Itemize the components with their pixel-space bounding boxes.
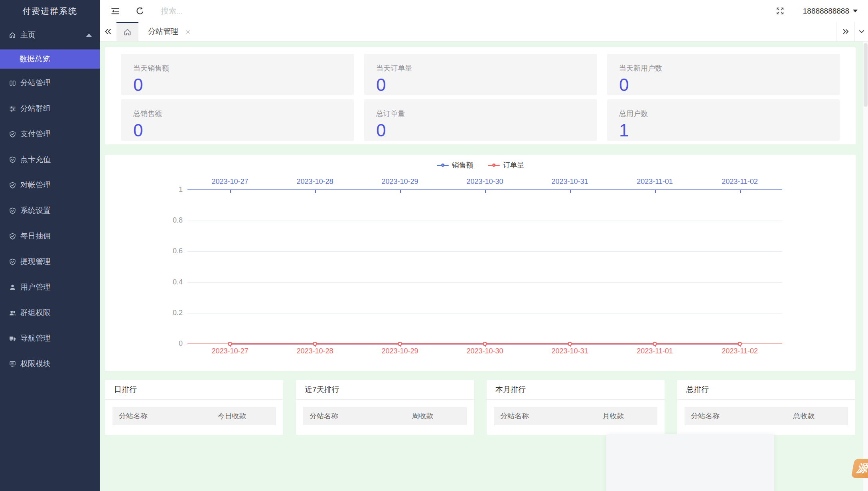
column-header: 周收款 — [385, 411, 460, 421]
sidebar-item-data-overview[interactable]: 数据总览 — [0, 49, 100, 69]
tabs-scroll-right-button[interactable] — [836, 22, 854, 41]
collapse-sidebar-icon[interactable] — [110, 6, 120, 16]
sidebar-item-label: 数据总览 — [20, 54, 50, 64]
user-menu[interactable]: 18888888888 — [803, 7, 858, 16]
users-icon — [9, 309, 16, 317]
sidebar-item-label: 系统设置 — [20, 205, 51, 216]
data-point[interactable] — [568, 342, 572, 345]
stat-value: 0 — [133, 122, 342, 139]
sidebar-item-label: 分站群组 — [20, 103, 51, 114]
sidebar-item-label: 提现管理 — [20, 256, 51, 267]
stat-value: 0 — [376, 122, 585, 139]
stat-card-total-orders: 总订单量 0 — [364, 99, 597, 141]
sidebar-nav-list: 分站管理 分站群组 支付管理 点卡充值 对帐管理 系统设置 每日抽佣 提现管理 — [0, 70, 100, 377]
dashboard-page: { "app": { "title": "付费进群系统", "user_phon… — [0, 0, 868, 491]
tab-home[interactable] — [116, 22, 138, 41]
data-point[interactable] — [314, 342, 317, 345]
stat-label: 总订单量 — [376, 109, 585, 118]
truck-icon — [9, 335, 16, 342]
stat-value: 0 — [133, 76, 342, 94]
data-point[interactable] — [398, 342, 402, 345]
sidebar-item-user-management[interactable]: 用户管理 — [0, 274, 100, 300]
data-point[interactable] — [483, 342, 487, 345]
panels-icon — [9, 79, 16, 87]
sidebar-item-label: 主页 — [20, 30, 36, 40]
close-icon[interactable]: × — [185, 28, 190, 36]
sidebar-item-substation-management[interactable]: 分站管理 — [0, 70, 100, 96]
chart-series-layer — [105, 155, 856, 371]
stat-value: 1 — [619, 122, 828, 139]
sidebar: 付费进群系统 主页 数据总览 分站管理 分站群组 支付管理 点卡充值 对帐管理 — [0, 0, 100, 491]
app-title: 付费进群系统 — [0, 0, 100, 22]
column-header: 分站名称 — [500, 411, 576, 421]
home-icon — [9, 32, 16, 39]
sidebar-item-label: 对帐管理 — [20, 180, 51, 190]
sidebar-item-card-recharge[interactable]: 点卡充值 — [0, 147, 100, 172]
stat-card-today-new-users: 当天新用户数 0 — [607, 54, 840, 95]
search-input[interactable] — [161, 7, 249, 16]
tabs-scroll-left-button[interactable] — [100, 22, 116, 41]
shield-check-icon — [9, 156, 16, 164]
loading-overlay-box — [606, 434, 774, 491]
spacer — [197, 22, 836, 41]
column-header: 总收款 — [766, 411, 842, 421]
chevron-down-icon — [857, 27, 866, 36]
shield-check-icon — [9, 258, 16, 266]
shield-check-icon — [9, 207, 16, 215]
user-phone: 18888888888 — [803, 7, 849, 16]
line-chart: 00.20.40.60.812023-10-272023-10-272023-1… — [105, 155, 856, 371]
sidebar-item-home[interactable]: 主页 — [0, 25, 100, 45]
double-chevron-right-icon — [841, 27, 850, 36]
shield-check-icon — [9, 233, 16, 240]
topbar: 18888888888 — [100, 0, 868, 22]
sidebar-item-withdrawal-management[interactable]: 提现管理 — [0, 249, 100, 274]
stat-label: 当天销售额 — [133, 63, 342, 73]
shield-check-icon — [9, 181, 16, 189]
watermark-badge: 源码 — [851, 459, 868, 478]
ranking-table-header: 分站名称 月收款 — [494, 407, 657, 425]
scrollbar-thumb[interactable] — [864, 43, 868, 107]
sidebar-item-reconciliation-management[interactable]: 对帐管理 — [0, 172, 100, 198]
chevron-up-icon — [86, 34, 92, 37]
sidebar-item-daily-commission[interactable]: 每日抽佣 — [0, 223, 100, 249]
user-icon — [9, 284, 16, 291]
chevron-down-icon — [853, 10, 858, 12]
ranking-panel-daily: 日排行 分站名称 今日收款 — [105, 380, 283, 435]
sidebar-item-group-permissions[interactable]: 群组权限 — [0, 300, 100, 325]
refresh-icon[interactable] — [135, 6, 145, 16]
ranking-title: 近7天排行 — [296, 380, 474, 400]
tabbar: 分站管理 × — [100, 22, 868, 41]
stat-card-today-sales: 当天销售额 0 — [121, 54, 354, 95]
fullscreen-icon[interactable] — [775, 6, 785, 16]
stat-label: 总销售额 — [133, 109, 342, 118]
stats-panel: 当天销售额 0 当天订单量 0 当天新用户数 0 总销售额 0 总订单量 0 总… — [105, 47, 856, 144]
data-point[interactable] — [653, 342, 657, 345]
chart-panel: 销售额 订单量 00.20.40.60.812023-10-272023-10-… — [105, 155, 856, 371]
ranking-table-header: 分站名称 周收款 — [303, 407, 467, 425]
ranking-table-header: 分站名称 总收款 — [685, 407, 848, 425]
tab-substation-management[interactable]: 分站管理 × — [138, 22, 197, 41]
data-point[interactable] — [229, 342, 232, 345]
sidebar-item-system-settings[interactable]: 系统设置 — [0, 198, 100, 223]
stat-label: 当天新用户数 — [619, 63, 828, 73]
tabs-menu-button[interactable] — [854, 22, 868, 41]
main-content: 当天销售额 0 当天订单量 0 当天新用户数 0 总销售额 0 总订单量 0 总… — [100, 41, 868, 491]
keypad-icon — [9, 360, 16, 368]
column-header: 分站名称 — [310, 411, 385, 421]
tab-label: 分站管理 — [148, 26, 178, 37]
sidebar-item-payment-management[interactable]: 支付管理 — [0, 121, 100, 147]
sliders-icon — [9, 105, 16, 112]
stat-value: 0 — [619, 76, 828, 94]
sidebar-item-permission-module[interactable]: 权限模块 — [0, 351, 100, 377]
sidebar-item-substation-groups[interactable]: 分站群组 — [0, 96, 100, 121]
sidebar-item-navigation-management[interactable]: 导航管理 — [0, 325, 100, 351]
ranking-panel-week: 近7天排行 分站名称 周收款 — [296, 380, 474, 435]
stat-card-total-users: 总用户数 1 — [607, 99, 840, 141]
home-icon — [123, 28, 132, 36]
scrollbar[interactable] — [863, 41, 868, 491]
sidebar-item-label: 用户管理 — [20, 282, 51, 292]
double-chevron-left-icon — [103, 27, 113, 36]
ranking-panel-total: 总排行 分站名称 总收款 — [677, 380, 855, 435]
ranking-title: 总排行 — [677, 380, 855, 400]
data-point[interactable] — [738, 342, 742, 345]
